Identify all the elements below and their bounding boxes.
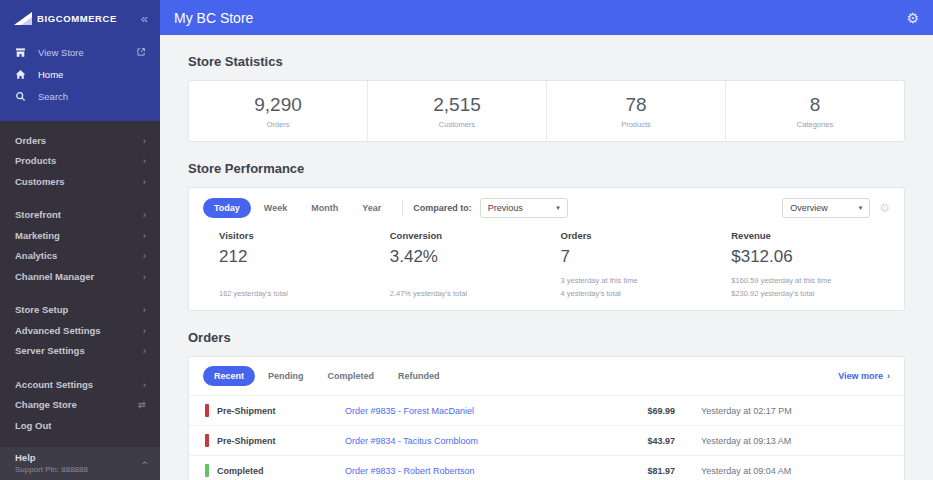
metric-comparisons: 162 yesterday's total: [219, 285, 376, 298]
performance-period-tabs: Today Week Month Year: [203, 198, 392, 218]
performance-period-tab[interactable]: Today: [203, 198, 251, 218]
sidebar-item-label: Search: [38, 91, 146, 102]
home-icon: [15, 69, 29, 80]
performance-period-tab[interactable]: Month: [300, 198, 349, 218]
stat-value: 8: [810, 94, 821, 116]
sidebar-item-label: Storefront: [15, 209, 61, 220]
sidebar-nav-item[interactable]: Change Store ⇄: [0, 395, 160, 416]
metric-comparison-line: $230.92 yesterday's total: [731, 289, 888, 298]
sidebar-collapse-button[interactable]: «: [141, 12, 148, 25]
sidebar-item-label: Products: [15, 155, 56, 166]
metric-comparison-line: 4 yesterday's total: [561, 289, 718, 298]
sidebar-item-label: Orders: [15, 135, 46, 146]
orders-filter-tab[interactable]: Pending: [257, 366, 315, 386]
sidebar-nav-item[interactable]: Analytics ›: [0, 246, 160, 267]
bigcommerce-logo[interactable]: BIGCOMMERCE: [14, 12, 141, 25]
order-row: Pre-Shipment Order #9834 - Tacitus Cornb…: [189, 425, 904, 455]
status-color-bar: [205, 464, 209, 477]
metric-value: 3.42%: [390, 247, 547, 267]
sidebar-nav-item[interactable]: Marketing ›: [0, 225, 160, 246]
sidebar-nav-group: Storefront › Marketing › Analytics ›: [0, 205, 160, 287]
order-link[interactable]: Order #9835 - Forest MacDaniel: [345, 406, 605, 416]
store-performance-card: Today Week Month Year Compared to: Previ…: [188, 187, 905, 311]
store-statistics-card: 9,290 Orders 2,515 Customers 78 Products: [188, 80, 905, 142]
sidebar-item-home[interactable]: Home: [0, 63, 160, 85]
sidebar-nav-item[interactable]: Channel Manager ›: [0, 266, 160, 287]
app-root: BIGCOMMERCE « View Store: [0, 0, 933, 480]
order-time: Yesterday at 09:13 AM: [675, 436, 888, 446]
sidebar-item-label: Analytics: [15, 250, 57, 261]
sidebar-item-label: Account Settings: [15, 379, 93, 390]
view-more-link[interactable]: View more ›: [838, 371, 890, 381]
overview-select[interactable]: Overview ▾: [782, 198, 870, 218]
status-label: Pre-Shipment: [217, 406, 276, 416]
performance-period-tab[interactable]: Year: [351, 198, 392, 218]
orders-filter-tab[interactable]: Recent: [203, 366, 255, 386]
orders-list: Pre-Shipment Order #9835 - Forest MacDan…: [189, 395, 904, 480]
main-area: My BC Store ⚙ Store Statistics 9,290 Ord…: [160, 0, 933, 480]
performance-controls: Today Week Month Year Compared to: Previ…: [189, 188, 904, 228]
metric-value: 7: [561, 247, 718, 267]
store-title: My BC Store: [174, 10, 906, 26]
metric-label: Orders: [561, 230, 718, 241]
order-link[interactable]: Order #9834 - Tacitus Cornbloom: [345, 436, 605, 446]
stat-cell: 8 Categories: [726, 81, 904, 141]
orders-filter-tab[interactable]: Refunded: [387, 366, 451, 386]
bigcommerce-logo-icon: [14, 12, 32, 25]
sidebar-nav-group: Store Setup › Advanced Settings › Server…: [0, 300, 160, 362]
support-pin: Support Pin: 888888: [15, 465, 88, 474]
compared-to-label: Compared to:: [413, 203, 472, 213]
caret-up-icon: ›: [138, 461, 150, 465]
sidebar-nav-item[interactable]: Log Out: [0, 415, 160, 436]
chevron-right-icon: ›: [143, 346, 146, 356]
order-time: Yesterday at 09:04 AM: [675, 466, 888, 476]
stat-label: Categories: [797, 120, 833, 129]
chevron-right-icon: ›: [143, 251, 146, 261]
metric-cell: Orders 7 3 yesterday at this time 4 yest…: [547, 230, 718, 298]
bigcommerce-logo-text: BIGCOMMERCE: [37, 13, 117, 24]
sidebar-help-section[interactable]: Help Support Pin: 888888 ›: [0, 447, 160, 480]
settings-gear-icon[interactable]: ⚙: [906, 11, 919, 25]
stat-label: Customers: [439, 120, 475, 129]
order-link[interactable]: Order #9833 - Robert Robertson: [345, 466, 605, 476]
metric-label: Revenue: [731, 230, 888, 241]
sidebar-nav-item[interactable]: Server Settings ›: [0, 341, 160, 362]
divider: [402, 200, 403, 216]
compared-to-value: Previous: [488, 203, 523, 213]
stat-value: 78: [625, 94, 646, 116]
sidebar-nav-item[interactable]: Customers ›: [0, 171, 160, 192]
sidebar-item-search[interactable]: Search: [0, 85, 160, 107]
metric-label: Conversion: [390, 230, 547, 241]
sidebar-nav-item[interactable]: Storefront ›: [0, 205, 160, 226]
chevron-right-icon: ›: [887, 371, 890, 381]
storefront-icon: [15, 47, 29, 58]
sidebar-item-label: Advanced Settings: [15, 325, 101, 336]
order-row: Pre-Shipment Order #9835 - Forest MacDan…: [189, 395, 904, 425]
orders-filter-tab[interactable]: Completed: [317, 366, 386, 386]
sidebar-item-label: Store Setup: [15, 304, 68, 315]
metric-cell: Visitors 212 162 yesterday's total: [205, 230, 376, 298]
sidebar-item-view-store[interactable]: View Store: [0, 41, 160, 63]
sidebar-nav-item[interactable]: Advanced Settings ›: [0, 320, 160, 341]
metric-comparisons: $160.59 yesterday at this time $230.92 y…: [731, 272, 888, 298]
sidebar-nav-item[interactable]: Account Settings ›: [0, 374, 160, 395]
metric-comparisons: 2.47% yesterday's total: [390, 285, 547, 298]
order-status: Completed: [205, 464, 345, 477]
sidebar-nav-item[interactable]: Orders ›: [0, 130, 160, 151]
sidebar-item-label: Marketing: [15, 230, 60, 241]
sidebar-item-label: Channel Manager: [15, 271, 94, 282]
orders-tabs-row: Recent Pending Completed Refunded View m…: [189, 357, 904, 395]
performance-period-tab[interactable]: Week: [253, 198, 298, 218]
sidebar-nav-item[interactable]: Store Setup ›: [0, 300, 160, 321]
status-label: Completed: [217, 466, 264, 476]
view-more-label: View more: [838, 371, 883, 381]
status-color-bar: [205, 404, 209, 417]
sidebar-nav-item[interactable]: Products ›: [0, 151, 160, 172]
order-row: Completed Order #9833 - Robert Robertson…: [189, 455, 904, 480]
sidebar-item-label: View Store: [38, 47, 136, 58]
compared-to-select[interactable]: Previous ▾: [480, 198, 568, 218]
sidebar-main-nav: Orders › Products › Customers ›: [0, 121, 160, 447]
chevron-right-icon: ⇄: [138, 400, 146, 410]
chevron-right-icon: ›: [143, 177, 146, 187]
performance-settings-gear-icon: ⚙: [879, 202, 890, 214]
